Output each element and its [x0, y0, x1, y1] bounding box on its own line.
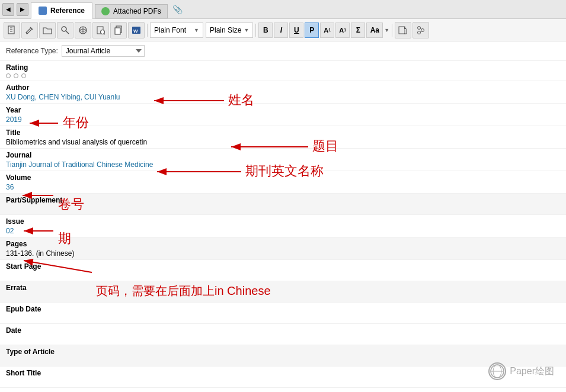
errata-value[interactable] [6, 293, 560, 301]
font-dropdown[interactable]: Plain Font ▼ [150, 23, 203, 38]
svg-line-7 [66, 31, 69, 34]
errata-section: Errata [0, 281, 566, 303]
date-section: Date [0, 324, 566, 345]
author-section: Author XU Dong, CHEN Yibing, CUI Yuanlu [0, 81, 566, 104]
toolbar: W Plain Font ▼ Plain Size ▼ B I U P A1 A… [0, 19, 566, 41]
rating-label: Rating [6, 63, 560, 72]
svg-rect-17 [399, 27, 405, 34]
watermark-text: Paper绘图 [510, 365, 554, 378]
issue-section: Issue 02 [0, 215, 566, 237]
font-dropdown-arrow: ▼ [194, 27, 199, 33]
italic-button[interactable]: I [274, 23, 288, 38]
tab-attached-pdfs[interactable]: Attached PDFs [95, 4, 168, 18]
start-page-label: Start Page [6, 262, 560, 271]
pages-value[interactable]: 131-136. (in Chinese) [6, 249, 560, 258]
ref-type-select[interactable]: Journal Article [62, 45, 145, 57]
errata-label: Errata [6, 284, 560, 292]
sigma-button[interactable]: Σ [351, 23, 365, 38]
tab-bar: ◀ ▶ Reference Attached PDFs 📎 [0, 0, 566, 19]
epub-date-section: Epub Date [0, 303, 566, 324]
svg-point-11 [101, 30, 105, 34]
short-title-value[interactable] [6, 378, 560, 386]
type-of-article-label: Type of Article [6, 348, 560, 356]
tab-reference[interactable]: Reference [31, 2, 92, 19]
attached-pdfs-tab-icon [101, 7, 110, 15]
export-button-1[interactable] [395, 22, 411, 38]
journal-label: Journal [6, 151, 560, 159]
browse-button[interactable] [75, 22, 91, 38]
issue-value[interactable]: 02 [6, 226, 560, 236]
case-button[interactable]: Aa [366, 23, 383, 38]
size-dropdown-arrow: ▼ [244, 27, 249, 33]
subscript-button[interactable]: A1 [335, 23, 350, 38]
author-value[interactable]: XU Dong, CHEN Yibing, CUI Yuanlu [6, 92, 560, 102]
type-of-article-value[interactable] [6, 356, 560, 365]
title-value[interactable]: Bibliometrics and visual analysis of que… [6, 137, 560, 147]
word-button[interactable]: W [128, 22, 145, 38]
epub-date-value[interactable] [6, 314, 560, 322]
svg-point-6 [62, 27, 66, 31]
volume-value[interactable]: 36 [6, 182, 560, 192]
pages-label: Pages [6, 240, 560, 248]
start-page-value[interactable] [6, 271, 560, 279]
size-dropdown[interactable]: Plain Size ▼ [206, 23, 253, 38]
paperclip-button[interactable]: 📎 [172, 5, 183, 14]
journal-value[interactable]: Tianjin Journal of Traditional Chinese M… [6, 160, 560, 169]
online-search-button[interactable] [92, 22, 109, 38]
short-title-label: Short Title [6, 369, 560, 377]
journal-section: Journal Tianjin Journal of Traditional C… [0, 149, 566, 171]
size-dropdown-value: Plain Size [210, 26, 241, 34]
svg-line-24 [421, 31, 422, 32]
title-section: Title Bibliometrics and visual analysis … [0, 126, 566, 149]
rating-dot-2[interactable] [14, 73, 18, 78]
bold-button[interactable]: B [258, 23, 273, 38]
ref-type-label: Reference Type: [6, 47, 58, 55]
plain-button[interactable]: P [305, 23, 319, 38]
date-label: Date [6, 326, 560, 335]
reference-tab-label: Reference [50, 7, 85, 15]
part-supplement-label: Part/Supplement [6, 196, 560, 204]
volume-section: Volume 36 [0, 171, 566, 194]
svg-point-22 [421, 28, 424, 31]
attached-pdfs-tab-label: Attached PDFs [113, 7, 161, 15]
forward-button[interactable]: ▶ [17, 3, 28, 16]
short-title-section: Short Title [0, 367, 566, 388]
author-label: Author [6, 83, 560, 92]
content-area: Rating Author XU Dong, CHEN Yibing, CUI … [0, 61, 566, 391]
case-dropdown-arrow[interactable]: ▼ [384, 27, 389, 33]
rating-dot-3[interactable] [21, 73, 26, 78]
underline-button[interactable]: U [289, 23, 303, 38]
toolbar-separator-2 [255, 24, 256, 37]
toolbar-separator-1 [147, 24, 148, 37]
volume-label: Volume [6, 173, 560, 182]
rating-section: Rating [0, 61, 566, 81]
watermark: Paper绘图 [488, 362, 554, 380]
svg-text:W: W [133, 28, 138, 34]
rating-dots [6, 72, 560, 79]
svg-point-20 [418, 26, 421, 29]
back-button[interactable]: ◀ [2, 3, 14, 16]
copy-button[interactable] [110, 22, 127, 38]
svg-line-12 [104, 33, 105, 34]
reference-tab-icon [39, 7, 47, 15]
part-supplement-value[interactable] [6, 205, 560, 213]
year-label: Year [6, 106, 560, 114]
app-wrapper: ◀ ▶ Reference Attached PDFs 📎 [0, 0, 566, 392]
year-value[interactable]: 2019 [6, 115, 560, 124]
superscript-button[interactable]: A1 [320, 23, 334, 38]
new-button[interactable] [4, 22, 20, 38]
rating-dot-1[interactable] [6, 73, 11, 78]
type-of-article-section: Type of Article [0, 345, 566, 367]
part-supplement-section: Part/Supplement [0, 194, 566, 215]
find-button[interactable] [57, 22, 73, 38]
svg-line-23 [421, 28, 422, 30]
date-value[interactable] [6, 335, 560, 343]
title-label: Title [6, 128, 560, 137]
svg-rect-14 [115, 28, 120, 34]
issue-label: Issue [6, 217, 560, 226]
open-button[interactable] [39, 22, 56, 38]
export-button-2[interactable] [412, 22, 429, 38]
start-page-section: Start Page [0, 260, 566, 281]
ref-type-bar: Reference Type: Journal Article [0, 41, 566, 61]
edit-button[interactable] [21, 22, 38, 38]
